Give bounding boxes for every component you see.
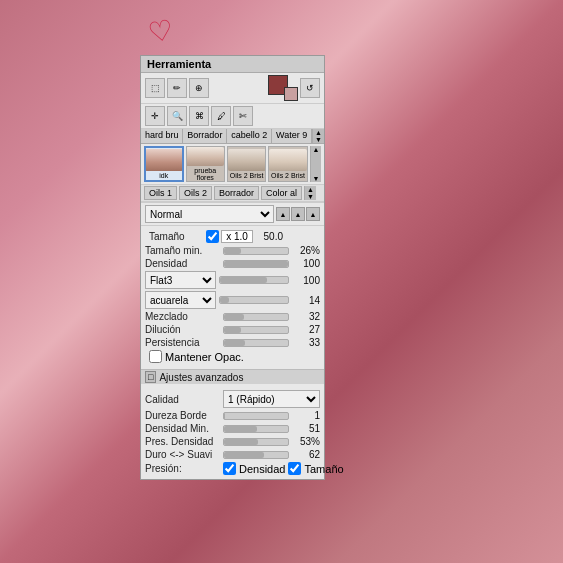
tri-btn-2[interactable]: ▲ [306,207,320,221]
dureza-borde-label: Dureza Borde [145,410,220,421]
advanced-controls-section: Calidad 1 (Rápido) 2 3 Dureza Borde 1 De… [141,386,324,479]
acuarela-fill [220,297,230,303]
tamanio-row: Tamaño x 1.0 50.0 [149,230,316,243]
densidad-min-slider[interactable] [223,425,289,433]
flat3-select[interactable]: Flat3 [145,271,216,289]
dilucion-fill [224,327,241,333]
tamanio-multiplier[interactable]: x 1.0 [221,230,253,243]
bottom-tabs-scroll-down[interactable]: ▼ [307,193,314,200]
dureza-borde-value: 1 [292,410,320,421]
color-secondary-swatch[interactable] [284,87,298,101]
select-tool-btn[interactable]: ⬚ [145,78,165,98]
ajustes-label: Ajustes avanzados [159,372,243,383]
bottom-tab-0[interactable]: Oils 1 [144,186,177,200]
presion-tamanio-checkbox[interactable] [288,462,301,475]
flat3-row: Flat3 100 [145,271,320,289]
brush-tab-3[interactable]: Water 9 [272,129,312,143]
toolbar-row-2: ✛ 🔍 ⌘ 🖊 ✄ [141,104,324,129]
pres-densidad-row: Pres. Densidad 53% [145,436,320,447]
mezclado-fill [224,314,244,320]
tamanio-min-row: Tamaño min. 26% [145,245,320,256]
ajustes-icon: □ [145,371,156,383]
mantener-opac-checkbox[interactable] [149,350,162,363]
ajustes-divider[interactable]: □ Ajustes avanzados [141,369,324,384]
densidad-fill [224,261,288,267]
mezclado-slider[interactable] [223,313,289,321]
tamanio-min-slider[interactable] [223,247,289,255]
move-tool-btn[interactable]: ✛ [145,106,165,126]
acuarela-select[interactable]: acuarela [145,291,216,309]
densidad-min-value: 51 [292,423,320,434]
pres-densidad-value: 53% [292,436,320,447]
pres-densidad-fill [224,439,258,445]
presion-row: Presión: Densidad Tamaño [145,462,320,475]
brush-preset-3-label: Oils 2 Brist [271,172,305,179]
paint-tool-btn[interactable]: 🖊 [211,106,231,126]
mezclado-row: Mezclado 32 [145,311,320,322]
brush-preset-1-label: prueba flores [187,167,224,181]
densidad-value: 100 [292,258,320,269]
tri-btn-1[interactable]: ▲ [291,207,305,221]
triangle-buttons: ▲ ▲ ▲ [276,207,320,221]
presets-scroll-up[interactable]: ▲ [312,146,319,153]
acuarela-row: acuarela 14 [145,291,320,309]
calidad-select[interactable]: 1 (Rápido) 2 3 [223,390,320,408]
calidad-row: Calidad 1 (Rápido) 2 3 [145,390,320,408]
brush-tab-2[interactable]: cabello 2 [227,129,272,143]
brush-preset-0[interactable]: idk [144,146,184,182]
tamanio-checkbox[interactable] [206,230,219,243]
bottom-tab-3[interactable]: Color al [261,186,302,200]
dureza-borde-fill [224,413,225,419]
brush-preset-0-label: idk [159,172,168,179]
tamanio-min-fill [224,248,241,254]
tri-btn-0[interactable]: ▲ [276,207,290,221]
pres-densidad-slider[interactable] [223,438,289,446]
presion-densidad-checkbox[interactable] [223,462,236,475]
duro-suav-value: 62 [292,449,320,460]
persistencia-slider[interactable] [223,339,289,347]
tamanio-min-label: Tamaño min. [145,245,220,256]
pres-densidad-label: Pres. Densidad [145,436,220,447]
eyedropper-tool-btn[interactable]: ⊕ [189,78,209,98]
flat3-fill [220,277,268,283]
duro-suav-label: Duro <-> Suavi [145,449,220,460]
acuarela-slider[interactable] [219,296,290,304]
brush-preset-2[interactable]: Oils 2 Brist [227,146,266,182]
blend-mode-select[interactable]: Normal Multiply Screen [145,205,274,223]
persistencia-row: Persistencia 33 [145,337,320,348]
mantener-opac-label: Mantener Opac. [165,351,244,363]
brush-tool-btn[interactable]: ✏ [167,78,187,98]
densidad-slider[interactable] [223,260,289,268]
bottom-tab-2[interactable]: Borrador [214,186,259,200]
lasso-tool-btn[interactable]: ⌘ [189,106,209,126]
duro-suav-row: Duro <-> Suavi 62 [145,449,320,460]
presets-scroll-down[interactable]: ▼ [312,175,319,182]
mezclado-value: 32 [292,311,320,322]
dureza-borde-slider[interactable] [223,412,289,420]
zoom-tool-btn[interactable]: 🔍 [167,106,187,126]
brush-tab-1[interactable]: Borrador [183,129,227,143]
densidad-min-row: Densidad Min. 51 [145,423,320,434]
dilucion-label: Dilución [145,324,220,335]
acuarela-value: 14 [292,295,320,306]
duro-suav-slider[interactable] [223,451,289,459]
brush-tabs-scroll-up[interactable]: ▲ [315,129,322,136]
brush-tab-0[interactable]: hard bru [141,129,183,143]
brush-presets-row: idk prueba flores Oils 2 Brist Oils 2 Br… [141,144,324,185]
flat3-slider[interactable] [219,276,290,284]
brush-preset-3[interactable]: Oils 2 Brist [268,146,307,182]
reset-colors-btn[interactable]: ↺ [300,78,320,98]
tool-panel: Herramienta ⬚ ✏ ⊕ ↺ ✛ 🔍 ⌘ 🖊 ✄ hard bru B… [140,55,325,480]
persistencia-value: 33 [292,337,320,348]
dilucion-value: 27 [292,324,320,335]
brush-tabs-scroll-down[interactable]: ▼ [315,136,322,143]
eraser-tool-btn[interactable]: ✄ [233,106,253,126]
tamanio-min-value: 26% [292,245,320,256]
densidad-row: Densidad 100 [145,258,320,269]
brush-preset-1[interactable]: prueba flores [186,146,225,182]
dilucion-slider[interactable] [223,326,289,334]
dureza-borde-row: Dureza Borde 1 [145,410,320,421]
bottom-tab-1[interactable]: Oils 2 [179,186,212,200]
panel-title: Herramienta [141,56,324,73]
bottom-tabs-scroll-up[interactable]: ▲ [307,186,314,193]
